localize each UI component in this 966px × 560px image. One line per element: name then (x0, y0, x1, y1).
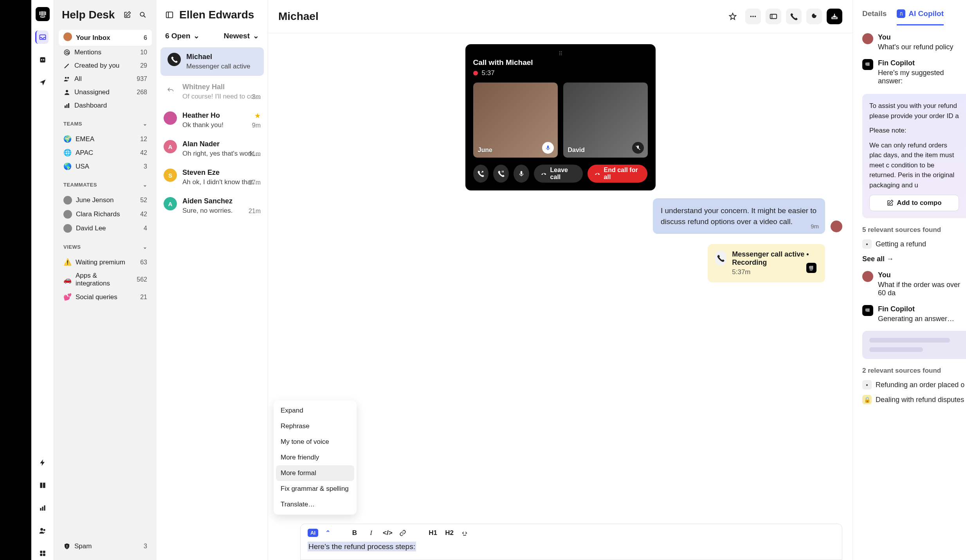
see-all-sources[interactable]: See all → (862, 255, 966, 263)
rail-reports[interactable] (36, 501, 49, 515)
bold-button[interactable]: B (350, 529, 359, 537)
copilot-msg-bot: Fin CopilotHere's my suggested answer: (862, 59, 966, 85)
copilot-answer: To assist you with your refund please pr… (862, 94, 966, 218)
compose-button[interactable] (121, 9, 133, 21)
record-indicator-icon (473, 71, 478, 75)
mute-button[interactable] (514, 165, 529, 183)
user-avatar (862, 271, 873, 282)
panel-toggle-icon[interactable] (165, 11, 174, 19)
snooze-button[interactable] (806, 9, 822, 24)
ai-menu-fix-grammar-spelling[interactable]: Fix grammar & spelling (276, 481, 354, 497)
sidebar-item-emea[interactable]: 🌍EMEA12 (59, 132, 152, 146)
sidebar-item-apac[interactable]: 🌐APAC42 (59, 146, 152, 160)
call-button[interactable] (786, 9, 802, 24)
source-item[interactable]: ▪Getting a refund (862, 239, 966, 249)
sidebar-item-clara-richards[interactable]: Clara Richards42 (59, 207, 152, 221)
loading-skeleton (862, 331, 966, 359)
rail-inbox[interactable] (35, 31, 49, 44)
rail-people[interactable] (36, 524, 49, 537)
intercom-badge-icon (806, 263, 816, 273)
rail-apps[interactable] (36, 547, 49, 560)
rail-book[interactable] (36, 479, 49, 492)
conversation-item[interactable]: A Aiden SanchezSure, no worries. 21m (157, 192, 268, 220)
conversation-avatar (168, 53, 181, 66)
ai-chip[interactable]: AI (308, 529, 318, 537)
search-button[interactable] (137, 9, 149, 21)
sidebar-item-spam[interactable]: Spam 3 (59, 540, 152, 553)
app-logo (36, 7, 50, 21)
section-teammates[interactable]: TEAMMATES⌄ (59, 176, 152, 190)
mention-icon (63, 49, 70, 56)
call-hold-button[interactable] (493, 165, 509, 183)
sidebar-item-all[interactable]: All937 (59, 72, 152, 86)
sort-newest[interactable]: Newest⌄ (223, 31, 259, 40)
conversation-item[interactable]: A Alan NaderOh right, yes that's work… 1… (157, 135, 268, 163)
ai-menu-rephrase[interactable]: Rephrase (276, 418, 354, 434)
svg-point-13 (140, 12, 144, 16)
svg-rect-9 (40, 551, 42, 553)
rail-send[interactable] (36, 76, 49, 89)
user-icon (63, 89, 70, 96)
ticket-button[interactable] (766, 9, 781, 24)
chevron-down-icon: ⌄ (193, 31, 200, 40)
sidebar-item-created-by-you[interactable]: Created by you29 (59, 59, 152, 72)
sidebar-item-david-lee[interactable]: David Lee4 (59, 221, 152, 235)
sidebar-item-usa[interactable]: 🌎USA3 (59, 160, 152, 173)
italic-button[interactable]: I (366, 529, 376, 537)
shield-icon (63, 543, 70, 550)
drag-handle-icon[interactable]: ⠿ (473, 50, 648, 57)
conversation-item[interactable]: Whitney HallOf course! I'll need to co… … (157, 77, 268, 106)
svg-rect-31 (502, 171, 503, 173)
conversation-avatar (164, 83, 177, 96)
conversation-item[interactable]: S Steven EzeAh ok, I didn't know that… 1… (157, 163, 268, 192)
filter-open[interactable]: 6 Open⌄ (165, 31, 200, 40)
composer-text[interactable]: Here's the refund process steps: (308, 542, 416, 551)
codeblock-button[interactable] (461, 529, 470, 537)
star-button[interactable] (725, 9, 741, 24)
end-call-button[interactable]: End call for all (588, 165, 647, 183)
sidebar-item-june-jenson[interactable]: June Jenson52 (59, 193, 152, 207)
sidebar-item-social-queries[interactable]: 💕Social queries21 (59, 290, 152, 304)
ai-menu-more-friendly[interactable]: More friendly (276, 450, 354, 465)
ai-menu-more-formal[interactable]: More formal (276, 465, 354, 481)
section-views[interactable]: VIEWS⌄ (59, 239, 152, 252)
link-button[interactable] (399, 529, 409, 537)
sidebar-item-dashboard[interactable]: Dashboard (59, 99, 152, 112)
conversation-item[interactable]: MichaelMessenger call active (160, 47, 264, 76)
svg-point-16 (65, 77, 67, 79)
bot-avatar-icon (862, 305, 873, 316)
rail-bolt[interactable] (36, 456, 49, 469)
code-button[interactable]: </> (383, 529, 392, 537)
leave-call-button[interactable]: Leave call (534, 165, 583, 183)
section-teams[interactable]: TEAMS⌄ (59, 115, 152, 129)
composer[interactable]: AI ⌃ B I </> H1 H2 Here's the refund pro… (300, 524, 842, 560)
sidebar-title: Help Desk (62, 9, 117, 21)
avatar (63, 224, 72, 233)
call-duration: 5:37 (482, 69, 495, 77)
ai-menu-expand[interactable]: Expand (276, 403, 354, 418)
call-transfer-button[interactable] (473, 165, 489, 183)
ai-menu-my-tone-of-voice[interactable]: My tone of voice (276, 434, 354, 450)
svg-point-7 (40, 528, 43, 531)
sidebar-item-apps-&-integrations[interactable]: 🚗Apps & integrations562 (59, 269, 152, 290)
more-button[interactable] (745, 9, 761, 24)
chevron-up-icon[interactable]: ⌃ (325, 529, 330, 537)
sidebar-item-mentions[interactable]: Mentions10 (59, 46, 152, 59)
h1-button[interactable]: H1 (428, 529, 438, 537)
conversation-item[interactable]: Heather HoOk thank you! ★ 9m (157, 106, 268, 135)
tab-ai-copilot[interactable]: ⎍AI Copilot (897, 9, 944, 25)
add-to-composer-button[interactable]: Add to compo (869, 195, 959, 211)
tab-details[interactable]: Details (862, 9, 887, 25)
source-item[interactable]: 🔒Dealing with refund disputes (862, 395, 966, 404)
sidebar-item-your-inbox[interactable]: Your Inbox6 (59, 30, 152, 46)
sidebar-item-unassigned[interactable]: Unassigned268 (59, 86, 152, 99)
bars-icon (63, 102, 70, 109)
h2-button[interactable]: H2 (445, 529, 454, 537)
conversation-thread: Michael ⠿ Call with Michael 5:37 June Da… (268, 0, 852, 560)
sidebar-item-waiting-premium[interactable]: ⚠️Waiting premium63 (59, 255, 152, 269)
source-item[interactable]: ▪Refunding an order placed o (862, 380, 966, 389)
svg-point-25 (750, 16, 752, 17)
close-conversation-button[interactable] (827, 9, 842, 24)
rail-automation[interactable] (36, 53, 49, 66)
ai-menu-translate-[interactable]: Translate… (276, 497, 354, 512)
